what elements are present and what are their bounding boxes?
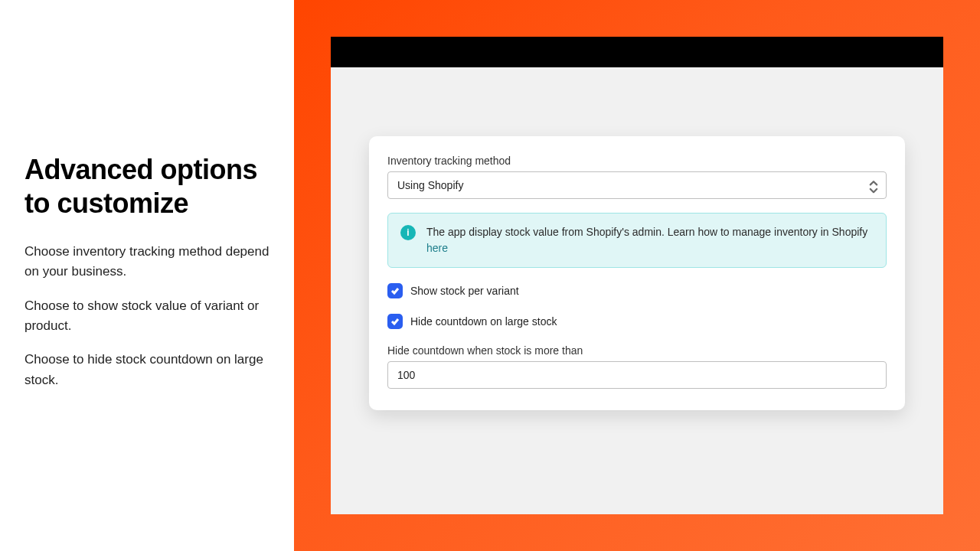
tracking-method-select-value[interactable]: Using Shopify: [387, 171, 887, 199]
left-paragraph: Choose inventory tracking method depend …: [24, 242, 270, 282]
show-stock-per-variant-label: Show stock per variant: [410, 285, 519, 297]
page-title: Advanced options to customize: [24, 153, 270, 220]
left-paragraph: Choose to show stock value of variant or…: [24, 296, 270, 337]
show-stock-per-variant-row: Show stock per variant: [387, 283, 887, 298]
info-banner-text: The app display stock value from Shopify…: [426, 224, 874, 256]
hide-countdown-large-stock-row: Hide countdown on large stock: [387, 314, 887, 329]
hide-countdown-large-stock-checkbox[interactable]: [387, 314, 403, 329]
info-banner: i The app display stock value from Shopi…: [387, 213, 887, 268]
info-banner-link[interactable]: here: [426, 242, 448, 254]
info-icon: i: [400, 225, 416, 240]
settings-card: Inventory tracking method Using Shopify …: [369, 136, 905, 410]
app-topbar: [331, 37, 943, 67]
threshold-input[interactable]: [387, 361, 887, 389]
right-panel: Inventory tracking method Using Shopify …: [294, 0, 980, 551]
app-frame: Inventory tracking method Using Shopify …: [331, 37, 943, 514]
info-banner-message: The app display stock value from Shopify…: [426, 226, 867, 238]
left-panel: Advanced options to customize Choose inv…: [0, 0, 294, 551]
left-paragraph: Choose to hide stock countdown on large …: [24, 350, 270, 390]
threshold-label: Hide countdown when stock is more than: [387, 344, 887, 357]
hide-countdown-large-stock-label: Hide countdown on large stock: [410, 315, 557, 328]
show-stock-per-variant-checkbox[interactable]: [387, 283, 403, 298]
app-body: Inventory tracking method Using Shopify …: [331, 67, 943, 410]
tracking-method-label: Inventory tracking method: [387, 155, 887, 167]
tracking-method-select[interactable]: Using Shopify: [387, 171, 887, 199]
chevron-updown-icon: [868, 178, 879, 192]
